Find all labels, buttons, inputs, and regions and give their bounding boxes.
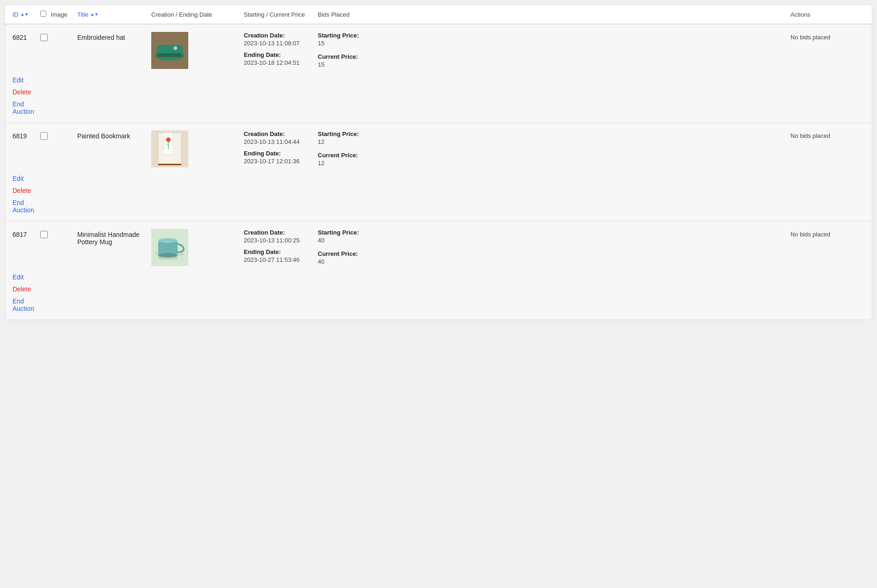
row-image-6819: [151, 130, 244, 169]
ending-date-label: Ending Date:: [244, 248, 318, 255]
current-price-value: 15: [318, 61, 791, 68]
ending-date-label: Ending Date:: [244, 51, 318, 58]
header-actions: Actions: [791, 11, 865, 18]
select-all-checkbox[interactable]: [40, 11, 46, 17]
current-price-value: 40: [318, 258, 791, 265]
header-id-label: ID: [12, 11, 19, 18]
creation-date-label: Creation Date:: [244, 229, 318, 236]
end-auction-button-6817[interactable]: End Auction: [12, 297, 40, 312]
current-price-label: Current Price:: [318, 53, 791, 60]
row-checkbox-6819[interactable]: [40, 130, 77, 141]
header-title-label: Title: [77, 11, 88, 18]
delete-button-6819[interactable]: Delete: [12, 187, 31, 194]
creation-date-value: 2023-10-13 11:08:07: [244, 40, 318, 47]
header-price: Starting / Current Price: [244, 11, 318, 18]
creation-date-label: Creation Date:: [244, 32, 318, 39]
row-actions-6821: Edit Delete End Auction: [12, 74, 40, 115]
row-select-checkbox[interactable]: [40, 231, 48, 238]
starting-price-label: Starting Price:: [318, 32, 791, 39]
row-checkbox-6817[interactable]: [40, 229, 77, 240]
svg-point-13: [166, 137, 171, 142]
auction-table: ID ▲▼ Image Title ▲▼ Creation / Ending D…: [5, 5, 872, 320]
row-bids-6821: No bids placed: [791, 32, 865, 41]
end-auction-button-6819[interactable]: End Auction: [12, 199, 40, 214]
svg-point-20: [158, 238, 178, 243]
header-actions-label: Actions: [791, 11, 810, 18]
svg-rect-16: [158, 164, 181, 165]
creation-date-value: 2023-10-13 11:00:25: [244, 237, 318, 244]
ending-date-label: Ending Date:: [244, 150, 318, 157]
starting-price-label: Starting Price:: [318, 130, 791, 137]
table-row: 6819 Painted Bookmark Creation Date: 202…: [5, 123, 872, 222]
row-select-checkbox[interactable]: [40, 132, 48, 140]
row-dates-6817: Creation Date: 2023-10-13 11:00:25 Endin…: [244, 229, 318, 268]
ending-date-value: 2023-10-17 12:01:36: [244, 158, 318, 165]
header-dates: Creation / Ending Date: [151, 11, 244, 18]
creation-date-label: Creation Date:: [244, 130, 318, 137]
header-bids: Bids Placed: [318, 11, 791, 18]
row-title-6817: Minimalist Handmade Pottery Mug: [77, 229, 151, 246]
current-price-label: Current Price:: [318, 250, 791, 257]
header-bids-label: Bids Placed: [318, 11, 350, 18]
row-id-6821: 6821: [12, 32, 40, 41]
starting-price-label: Starting Price:: [318, 229, 791, 236]
table-row: 6821 Embroidered hat Creation Date: 2023…: [5, 25, 872, 123]
row-bids-6819: No bids placed: [791, 130, 865, 139]
row-select-checkbox[interactable]: [40, 34, 48, 41]
title-sort-icon: ▲▼: [90, 12, 99, 17]
header-id[interactable]: ID ▲▼: [12, 11, 40, 18]
row-title-6819: Painted Bookmark: [77, 130, 151, 140]
id-sort-icon: ▲▼: [20, 12, 29, 17]
header-dates-label: Creation / Ending Date: [151, 11, 212, 18]
svg-rect-5: [155, 55, 185, 58]
edit-button-6817[interactable]: Edit: [12, 273, 24, 281]
delete-button-6817[interactable]: Delete: [12, 285, 31, 293]
starting-price-value: 12: [318, 138, 791, 145]
svg-rect-22: [158, 257, 178, 260]
row-image-6817: [151, 229, 244, 267]
creation-date-value: 2023-10-13 11:04:44: [244, 138, 318, 145]
row-price-6819: Starting Price: 12 Current Price: 12: [318, 130, 791, 173]
table-body: 6821 Embroidered hat Creation Date: 2023…: [5, 25, 872, 320]
row-dates-6821: Creation Date: 2023-10-13 11:08:07 Endin…: [244, 32, 318, 71]
row-bids-6817: No bids placed: [791, 229, 865, 238]
row-price-6821: Starting Price: 15 Current Price: 15: [318, 32, 791, 74]
edit-button-6819[interactable]: Edit: [12, 175, 24, 182]
row-id-6819: 6819: [12, 130, 40, 140]
svg-point-4: [173, 46, 177, 50]
delete-button-6821[interactable]: Delete: [12, 88, 31, 96]
row-price-6817: Starting Price: 40 Current Price: 40: [318, 229, 791, 272]
starting-price-value: 40: [318, 237, 791, 244]
current-price-label: Current Price:: [318, 152, 791, 159]
row-image-6821: [151, 32, 244, 70]
end-auction-button-6821[interactable]: End Auction: [12, 100, 40, 115]
ending-date-value: 2023-10-27 11:53:46: [244, 256, 318, 263]
current-price-value: 12: [318, 160, 791, 167]
edit-button-6821[interactable]: Edit: [12, 76, 24, 84]
starting-price-value: 15: [318, 40, 791, 47]
header-price-label: Starting / Current Price: [244, 11, 305, 18]
header-image: Image: [40, 11, 77, 18]
row-actions-6819: Edit Delete End Auction: [12, 173, 40, 214]
table-row: 6817 Minimalist Handmade Pottery Mug Cre…: [5, 222, 872, 320]
table-header: ID ▲▼ Image Title ▲▼ Creation / Ending D…: [5, 5, 872, 25]
header-image-label: Image: [51, 11, 68, 18]
ending-date-value: 2023-10-18 12:04:51: [244, 59, 318, 66]
row-actions-6817: Edit Delete End Auction: [12, 272, 40, 312]
row-checkbox-6821[interactable]: [40, 32, 77, 43]
row-title-6821: Embroidered hat: [77, 32, 151, 41]
row-dates-6819: Creation Date: 2023-10-13 11:04:44 Endin…: [244, 130, 318, 169]
header-title[interactable]: Title ▲▼: [77, 11, 151, 18]
row-id-6817: 6817: [12, 229, 40, 238]
